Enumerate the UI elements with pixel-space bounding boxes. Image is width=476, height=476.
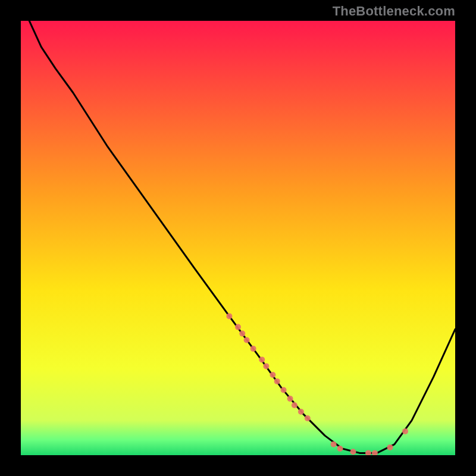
data-point <box>274 378 280 384</box>
data-point <box>281 387 287 393</box>
data-point <box>263 363 269 369</box>
data-point <box>298 409 304 415</box>
data-point <box>331 441 337 447</box>
data-point <box>292 402 298 408</box>
chart-svg <box>21 21 455 455</box>
data-point <box>305 415 311 421</box>
data-point <box>387 444 393 450</box>
figure-container: TheBottleneck.com <box>0 0 476 476</box>
data-point <box>226 313 232 319</box>
data-point <box>250 346 256 352</box>
data-point <box>259 356 265 362</box>
watermark-text: TheBottleneck.com <box>333 4 455 19</box>
data-point <box>287 396 293 402</box>
gradient-background <box>21 21 455 455</box>
data-point <box>402 428 408 434</box>
data-point <box>239 331 245 337</box>
data-point <box>270 372 275 378</box>
data-point <box>244 337 250 343</box>
data-point <box>337 446 343 452</box>
data-point <box>235 324 241 330</box>
plot-area <box>21 21 455 455</box>
data-point <box>350 449 356 455</box>
